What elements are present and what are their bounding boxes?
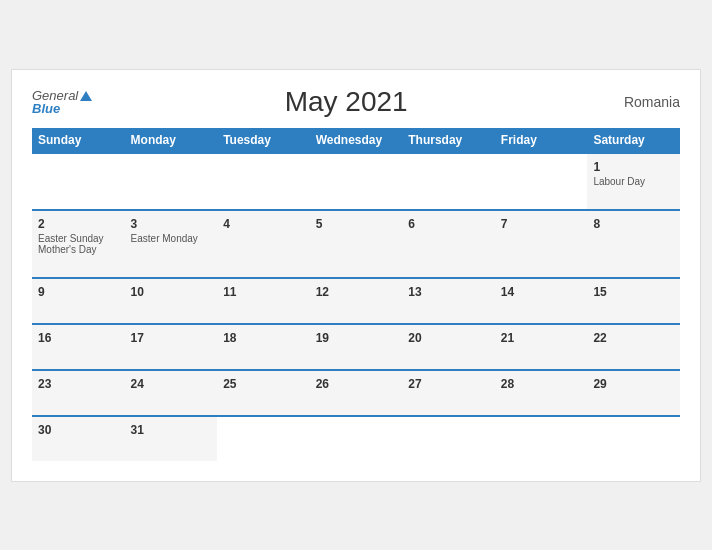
weekday-header-thursday: Thursday	[402, 128, 495, 153]
day-cell: 31	[125, 416, 218, 461]
day-cell	[310, 153, 403, 210]
day-number: 24	[131, 377, 212, 391]
calendar-body: 1Labour Day2Easter SundayMother's Day3Ea…	[32, 153, 680, 461]
day-number: 10	[131, 285, 212, 299]
day-number: 20	[408, 331, 489, 345]
day-cell: 11	[217, 278, 310, 324]
day-cell: 6	[402, 210, 495, 278]
day-cell: 14	[495, 278, 588, 324]
weekday-header-wednesday: Wednesday	[310, 128, 403, 153]
day-number: 26	[316, 377, 397, 391]
day-cell	[125, 153, 218, 210]
day-number: 13	[408, 285, 489, 299]
logo: General Blue	[32, 89, 92, 115]
day-cell: 17	[125, 324, 218, 370]
week-row-1: 2Easter SundayMother's Day3Easter Monday…	[32, 210, 680, 278]
calendar-thead: SundayMondayTuesdayWednesdayThursdayFrid…	[32, 128, 680, 153]
day-cell: 4	[217, 210, 310, 278]
day-event-label: Labour Day	[593, 176, 674, 187]
calendar-table: SundayMondayTuesdayWednesdayThursdayFrid…	[32, 128, 680, 461]
day-number: 3	[131, 217, 212, 231]
logo-triangle-icon	[80, 91, 92, 101]
day-cell: 29	[587, 370, 680, 416]
day-number: 23	[38, 377, 119, 391]
calendar-header: General Blue May 2021 Romania	[32, 86, 680, 118]
day-cell	[402, 416, 495, 461]
day-cell: 30	[32, 416, 125, 461]
day-number: 30	[38, 423, 119, 437]
day-cell: 23	[32, 370, 125, 416]
day-number: 2	[38, 217, 119, 231]
day-cell: 3Easter Monday	[125, 210, 218, 278]
day-number: 6	[408, 217, 489, 231]
day-cell	[32, 153, 125, 210]
day-number: 15	[593, 285, 674, 299]
day-cell: 16	[32, 324, 125, 370]
day-cell: 26	[310, 370, 403, 416]
day-event-label: Easter Monday	[131, 233, 212, 244]
day-number: 5	[316, 217, 397, 231]
day-cell: 28	[495, 370, 588, 416]
day-cell: 9	[32, 278, 125, 324]
logo-blue-text: Blue	[32, 102, 92, 115]
day-event-label: Easter Sunday	[38, 233, 119, 244]
day-cell	[217, 153, 310, 210]
day-cell	[495, 416, 588, 461]
day-number: 27	[408, 377, 489, 391]
month-title: May 2021	[92, 86, 600, 118]
week-row-4: 23242526272829	[32, 370, 680, 416]
weekday-header-row: SundayMondayTuesdayWednesdayThursdayFrid…	[32, 128, 680, 153]
weekday-header-sunday: Sunday	[32, 128, 125, 153]
day-cell: 18	[217, 324, 310, 370]
logo-general-text: General	[32, 89, 92, 102]
day-number: 9	[38, 285, 119, 299]
day-number: 11	[223, 285, 304, 299]
day-cell: 20	[402, 324, 495, 370]
day-cell: 19	[310, 324, 403, 370]
day-number: 4	[223, 217, 304, 231]
day-number: 31	[131, 423, 212, 437]
day-cell	[495, 153, 588, 210]
day-cell: 8	[587, 210, 680, 278]
day-number: 7	[501, 217, 582, 231]
day-cell: 21	[495, 324, 588, 370]
day-number: 8	[593, 217, 674, 231]
day-cell: 5	[310, 210, 403, 278]
day-cell: 22	[587, 324, 680, 370]
day-number: 1	[593, 160, 674, 174]
week-row-3: 16171819202122	[32, 324, 680, 370]
day-cell	[310, 416, 403, 461]
day-cell: 13	[402, 278, 495, 324]
weekday-header-friday: Friday	[495, 128, 588, 153]
day-cell: 10	[125, 278, 218, 324]
day-cell: 1Labour Day	[587, 153, 680, 210]
weekday-header-tuesday: Tuesday	[217, 128, 310, 153]
day-cell: 24	[125, 370, 218, 416]
weekday-header-monday: Monday	[125, 128, 218, 153]
day-cell	[587, 416, 680, 461]
day-cell: 15	[587, 278, 680, 324]
day-number: 19	[316, 331, 397, 345]
day-cell: 25	[217, 370, 310, 416]
day-cell	[402, 153, 495, 210]
day-number: 25	[223, 377, 304, 391]
day-cell: 27	[402, 370, 495, 416]
day-number: 14	[501, 285, 582, 299]
day-number: 16	[38, 331, 119, 345]
calendar-container: General Blue May 2021 Romania SundayMond…	[11, 69, 701, 482]
day-number: 17	[131, 331, 212, 345]
day-number: 22	[593, 331, 674, 345]
day-cell	[217, 416, 310, 461]
weekday-header-saturday: Saturday	[587, 128, 680, 153]
day-number: 28	[501, 377, 582, 391]
week-row-2: 9101112131415	[32, 278, 680, 324]
day-cell: 7	[495, 210, 588, 278]
day-number: 12	[316, 285, 397, 299]
day-number: 18	[223, 331, 304, 345]
country-label: Romania	[600, 94, 680, 110]
day-cell: 12	[310, 278, 403, 324]
day-number: 21	[501, 331, 582, 345]
week-row-0: 1Labour Day	[32, 153, 680, 210]
week-row-5: 3031	[32, 416, 680, 461]
day-event-label: Mother's Day	[38, 244, 119, 255]
